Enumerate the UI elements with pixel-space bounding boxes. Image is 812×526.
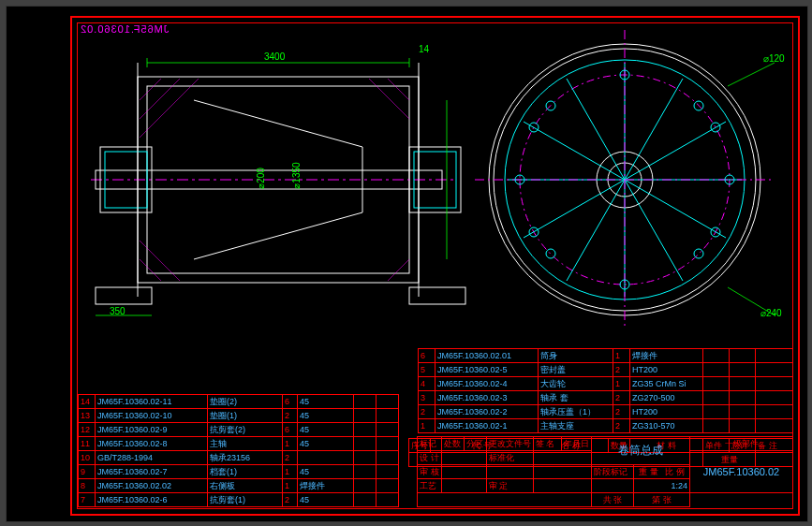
table-row: 12JM65F.10360.02-9抗剪套(2)645 (79, 423, 399, 437)
tb-mark: 标记 (418, 437, 442, 451)
tb-proc: 工艺 (418, 479, 442, 493)
title-block: 标记 处数 分区 更改文件号 签 名 年月日 卷筒总成 一级部件 设 计 标准化… (417, 436, 793, 507)
table-row: 14JM65F.10360.02-11垫圈(2)645 (79, 395, 399, 409)
classification: 一级部件 (690, 437, 793, 451)
tb-mass: 重 量 (639, 467, 658, 476)
mirrored-drawing-number: JM65F.10360.02 (80, 23, 169, 35)
dim-base-width: 350 (110, 306, 125, 316)
dim-length: 3400 (264, 51, 285, 62)
tb-zone: 处数 (441, 437, 464, 451)
tb-scale: 比 例 (665, 467, 685, 476)
table-row: 2JM65F.10360.02-2轴承压盖（1）2HT200 (419, 405, 793, 419)
table-row: 5JM65F.10360.02-5密封盖2HT200 (419, 363, 793, 377)
dim-shaft-dia: ⌀200 (256, 168, 266, 189)
tb-check: 审 核 (418, 465, 442, 479)
tb-appr: 审 定 (486, 479, 533, 493)
table-row: 13JM65F.10360.02-10垫圈(1)245 (79, 409, 399, 423)
tb-sheet: 共 张 (591, 493, 634, 507)
title-drawing-no: JM65F.10360.02 (690, 451, 793, 493)
table-row: 9JM65F.10360.02-7档套(1)145 (79, 465, 399, 479)
tb-change: 更改文件号 (486, 437, 533, 451)
tb-design: 设 计 (418, 451, 442, 465)
table-row: 4JM65F.10360.02-4大齿轮1ZG35 CrMn Si (419, 377, 793, 391)
dim-drum-dia: ⌀1350 (291, 162, 302, 188)
cad-canvas[interactable]: JM65F.10360.02 (6, 6, 808, 522)
table-row: 1JM65F.10360.02-1主轴支座2ZG310-570 (419, 419, 793, 433)
assembly-name: 卷筒总成 (591, 437, 689, 465)
tb-date: 年月日 (561, 437, 591, 451)
table-row: 7JM65F.10360.02-6抗剪套(1)245 (79, 493, 399, 507)
tb-scale-val: 1:24 (634, 479, 690, 493)
parts-list-left: 14JM65F.10360.02-11垫圈(2)64513JM65F.10360… (78, 394, 399, 507)
dim-section-arrow: 14 (419, 44, 429, 54)
tb-page: 第 张 (634, 493, 690, 507)
tb-rev: 分区 (464, 437, 486, 451)
tb-std: 标准化 (486, 451, 533, 465)
dim-wheel-d1: ⌀120 (763, 53, 785, 64)
dim-wheel-d2: ⌀240 (760, 308, 782, 318)
table-row: 10GB/T288-1994轴承231562 (79, 451, 399, 465)
table-row: 11JM65F.10360.02-8主轴145 (79, 437, 399, 451)
tb-sig: 签 名 (533, 437, 561, 451)
parts-list-upper: 6JM65F.10360.02.01筒身1焊接件5JM65F.10360.02-… (418, 348, 793, 433)
table-row: 8JM65F.10360.02.02右侧板1焊接件 (79, 479, 399, 493)
tb-stage: 阶段标记 (591, 465, 634, 479)
table-row: 3JM65F.10360.02-3轴承 套2ZG270-500 (419, 391, 793, 405)
table-row: 6JM65F.10360.02.01筒身1焊接件 (419, 349, 793, 363)
